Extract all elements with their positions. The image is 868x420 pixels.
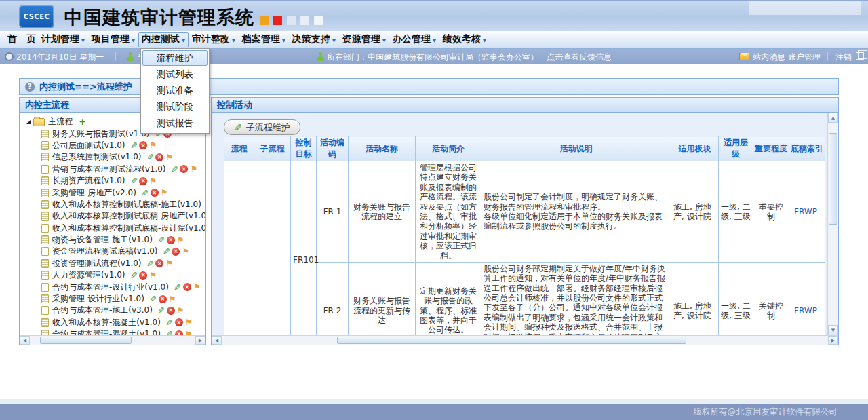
edit-icon[interactable]: ✎ [163,246,170,256]
delete-icon[interactable]: × [155,259,163,267]
tree-item[interactable]: 人力资源管理(v1.0)✎×⚑ [20,269,205,281]
tree-item[interactable]: 物资与设备管理-施工(v1.0)✎×⚑ [20,234,205,246]
cell-activity-code: FR-2 [317,262,349,335]
tree-item[interactable]: 合约与成本管理-混凝土(v1.0)✎×⚑ [20,328,205,335]
account-management-link[interactable]: 账户管理 [788,52,821,63]
scroll-left-button[interactable]: ◀ [212,336,222,345]
flag-icon[interactable]: ⚑ [193,282,201,292]
table-vertical-scrollbar[interactable]: ▲ ▼ [827,113,838,335]
flag-icon[interactable]: ⚑ [185,330,193,335]
delete-icon[interactable]: × [139,271,147,280]
tree-item[interactable]: 营销与成本管理测试流程(v1.0)✎×⚑ [20,164,205,175]
scrollbar-thumb[interactable] [337,337,686,344]
tree-item[interactable]: 公司层面测试(v1.0)✎×⚑ [20,140,205,151]
tree-item[interactable]: 采购管理-房地产(v2.0)✎×⚑ [20,187,205,198]
cell-levels: 一级, 二级, 三级 [719,262,753,335]
menu-item-project[interactable]: 项目管理▼ [88,32,138,47]
scroll-up-button[interactable]: ▲ [828,113,838,123]
menu-item-home[interactable]: 首 页 [5,32,38,47]
tree-item[interactable]: 收入和成本核算-混凝土(v1.0)✎×⚑ [20,317,205,328]
flag-icon[interactable]: ⚑ [149,271,157,280]
flag-icon[interactable]: ⚑ [169,294,176,304]
delete-icon[interactable]: × [175,330,183,335]
menu-item-decision[interactable]: 决策支持▼ [289,32,339,47]
tree-item[interactable]: 合约与成本管理-施工(v3.0)✎×⚑ [20,305,205,316]
delete-icon[interactable]: × [139,177,147,185]
flag-icon[interactable]: ⚑ [161,188,168,197]
edit-icon[interactable]: ✎ [130,176,138,186]
tree-item[interactable]: 收入和成本核算控制测试底稿-房地产(v1.0)✎×⚑ [20,210,205,222]
flag-icon[interactable]: ⚑ [149,140,157,150]
tree-horizontal-scrollbar[interactable]: ◀ ▶ [20,335,205,345]
flag-icon[interactable]: ⚑ [190,164,197,174]
edit-icon[interactable]: ✎ [157,235,165,245]
tree-item[interactable]: 收入和成本核算控制测试底稿-设计院(v1.0)✎×⚑ [20,223,205,234]
scroll-right-button[interactable]: ▶ [195,336,205,345]
table-horizontal-scrollbar[interactable]: ◀ ▶ [212,335,838,345]
edit-icon[interactable]: ✎ [146,152,154,162]
expander-icon[interactable]: ◢ [26,119,31,125]
logout-link[interactable]: 注销 [835,52,852,63]
edit-icon[interactable]: ✎ [157,305,165,316]
col-header: 流程 [224,136,254,161]
menu-item-audit-rectify[interactable]: 审计整改▼ [189,32,239,47]
menu-item-archive[interactable]: 档案管理▼ [239,32,289,47]
flag-icon[interactable]: ⚑ [185,318,193,327]
delete-icon[interactable]: × [180,165,188,173]
menu-item-office[interactable]: 办公管理▼ [389,32,439,47]
dropdown-item-test-stage[interactable]: 测试阶段 [142,99,208,115]
tree-item[interactable]: 长期资产流程(v1.0)✎×⚑ [20,175,205,187]
scroll-right-button[interactable]: ▶ [828,336,838,345]
edit-icon[interactable]: ✎ [171,164,178,174]
edit-icon[interactable]: ✎ [130,140,138,151]
menu-item-internal-control-test[interactable]: 内控测试▼ [138,32,189,47]
flag-icon[interactable]: ⚑ [165,153,173,162]
document-icon [41,318,49,327]
cell-activity-brief: 定期更新财务关账与报告的政策、程序、标准图表等，并向于公司传达。 [416,262,481,335]
scroll-left-button[interactable]: ◀ [20,336,30,345]
edit-icon[interactable]: ✎ [174,282,181,292]
flag-icon[interactable]: ⚑ [149,176,157,186]
menu-item-plan[interactable]: 计划管理▼ [38,32,88,47]
site-messages-link[interactable]: 站内消息 [753,52,785,63]
flag-icon[interactable]: ⚑ [165,259,173,268]
dropdown-item-test-report[interactable]: 测试报告 [142,115,208,131]
edit-icon[interactable]: ✎ [130,270,138,280]
tree-item[interactable]: 信息系统控制测试(v1.0)✎×⚑ [20,151,205,163]
edit-icon[interactable]: ✎ [165,329,173,335]
current-date: 2014年3月10日 星期一 [16,52,104,63]
dropdown-item-process-maintain[interactable]: 流程维护 [142,50,208,66]
delete-icon[interactable]: × [172,248,180,256]
flag-icon[interactable]: ⚑ [177,235,184,245]
tree-item[interactable]: 收入和成本核算控制测试底稿-施工(v1.0)✎×⚑ [20,199,205,210]
scrollbar-thumb[interactable] [829,133,837,225]
dropdown-item-test-list[interactable]: 测试列表 [142,66,208,82]
tree-item[interactable]: 投资管理测试流程(v1.0)✎×⚑ [20,258,205,269]
delete-icon[interactable]: × [151,189,159,197]
delete-icon[interactable]: × [167,236,175,244]
add-process-icon[interactable]: + [79,117,86,127]
delete-icon[interactable]: × [139,141,147,149]
tree-item[interactable]: 资金管理流程测试底稿(v1.0)✎×⚑ [20,246,205,257]
edit-icon[interactable]: ✎ [165,318,173,328]
menu-item-performance[interactable]: 绩效考核▼ [439,32,490,47]
edit-icon[interactable]: ✎ [149,294,157,304]
edit-icon[interactable]: ✎ [141,188,149,198]
delete-icon[interactable]: × [175,318,183,326]
delete-icon[interactable]: × [167,307,175,315]
tree-item[interactable]: 采购管理-设计行业(v1.0)✎×⚑ [20,293,205,305]
flag-icon[interactable]: ⚑ [177,306,184,316]
edit-icon[interactable]: ✎ [146,259,154,269]
scrollbar-thumb[interactable] [40,337,132,344]
flag-icon[interactable]: ⚑ [182,247,189,256]
delete-icon[interactable]: × [155,153,163,161]
subprocess-maintain-button[interactable]: ✎ 子流程维护 [224,119,300,135]
scroll-down-button[interactable]: ▼ [828,325,838,335]
feedback-link[interactable]: 点击查看反馈信息 [547,52,612,63]
window-restore-icon[interactable] [856,52,864,60]
dropdown-item-test-prepare[interactable]: 测试准备 [142,83,208,98]
menu-item-resource[interactable]: 资源管理▼ [339,32,389,47]
tree-item[interactable]: 合约与成本管理-设计行业(v1.0)✎×⚑ [20,281,205,292]
delete-icon[interactable]: × [183,283,191,291]
delete-icon[interactable]: × [159,295,167,303]
